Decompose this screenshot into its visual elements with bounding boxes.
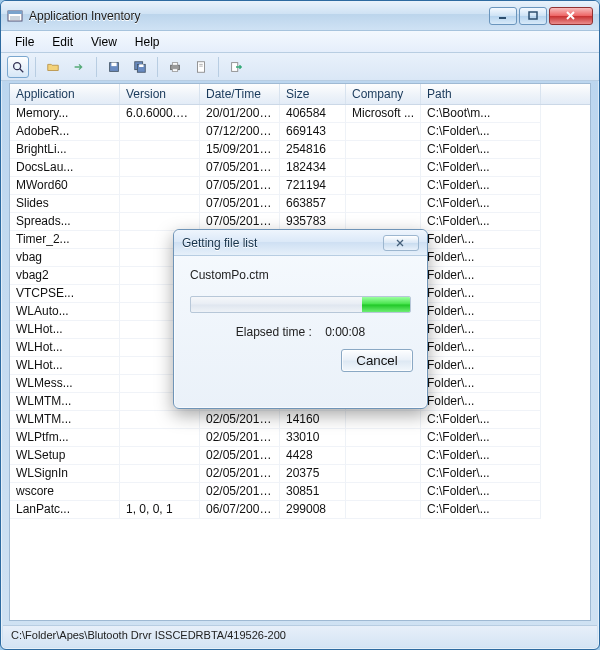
progress-dialog: Getting file list CustomPo.ctm Elapsed t… bbox=[173, 229, 428, 409]
table-row[interactable]: LanPatc...1, 0, 0, 106/07/2007...299008C… bbox=[10, 501, 590, 519]
cell-company bbox=[346, 177, 421, 195]
table-row[interactable]: Slides07/05/2010...663857C:\Folder\... bbox=[10, 195, 590, 213]
cell-path: C:\Folder\... bbox=[421, 429, 541, 447]
svg-rect-18 bbox=[198, 61, 205, 72]
cell-version bbox=[120, 483, 200, 501]
cell-path: C:\Folder\... bbox=[421, 195, 541, 213]
print-icon[interactable] bbox=[164, 56, 186, 78]
cell-app: WLSetup bbox=[10, 447, 120, 465]
cell-datetime: 02/05/2010... bbox=[200, 411, 280, 429]
cell-path: C:\Folder\... bbox=[421, 483, 541, 501]
minimize-button[interactable] bbox=[489, 7, 517, 25]
dialog-close-button[interactable] bbox=[383, 235, 419, 251]
cell-version bbox=[120, 447, 200, 465]
elapsed-time: Elapsed time : 0:00:08 bbox=[190, 325, 411, 339]
cell-path: C:\Folder\... bbox=[421, 213, 541, 231]
toolbar-divider bbox=[96, 57, 97, 77]
svg-rect-17 bbox=[172, 68, 177, 71]
table-row[interactable]: BrightLi...15/09/2010...254816C:\Folder\… bbox=[10, 141, 590, 159]
toolbar-divider bbox=[218, 57, 219, 77]
table-row[interactable]: MWord6007/05/2010...721194C:\Folder\... bbox=[10, 177, 590, 195]
col-datetime[interactable]: Date/Time bbox=[200, 84, 280, 104]
page-icon[interactable] bbox=[190, 56, 212, 78]
cell-version bbox=[120, 195, 200, 213]
menu-edit[interactable]: Edit bbox=[44, 33, 81, 51]
maximize-button[interactable] bbox=[519, 7, 547, 25]
svg-line-9 bbox=[20, 68, 24, 72]
cell-app: WLHot... bbox=[10, 339, 120, 357]
table-row[interactable]: WLMTM...02/05/2010...14160C:\Folder\... bbox=[10, 411, 590, 429]
menubar: File Edit View Help bbox=[1, 31, 599, 53]
cell-app: Memory... bbox=[10, 105, 120, 123]
svg-rect-16 bbox=[172, 62, 177, 65]
svg-rect-1 bbox=[8, 11, 22, 14]
svg-point-8 bbox=[14, 62, 21, 69]
dialog-body: CustomPo.ctm Elapsed time : 0:00:08 bbox=[174, 256, 427, 349]
table-row[interactable]: wscore02/05/2010...30851C:\Folder\... bbox=[10, 483, 590, 501]
cell-size: 14160 bbox=[280, 411, 346, 429]
statusbar: C:\Folder\Apes\Blutooth Drvr ISSCEDRBTA/… bbox=[3, 625, 597, 647]
cell-path: C:\Folder\... bbox=[421, 159, 541, 177]
cell-company bbox=[346, 483, 421, 501]
cell-datetime: 15/09/2010... bbox=[200, 141, 280, 159]
cell-app: WLAuto... bbox=[10, 303, 120, 321]
table-row[interactable]: WLSignIn02/05/2010...20375C:\Folder\... bbox=[10, 465, 590, 483]
cell-size: 254816 bbox=[280, 141, 346, 159]
save-icon[interactable] bbox=[103, 56, 125, 78]
cell-app: wscore bbox=[10, 483, 120, 501]
cell-company bbox=[346, 123, 421, 141]
search-icon[interactable] bbox=[7, 56, 29, 78]
cell-path: Folder\... bbox=[421, 375, 541, 393]
cell-app: BrightLi... bbox=[10, 141, 120, 159]
close-button[interactable] bbox=[549, 7, 593, 25]
cell-app: WLMess... bbox=[10, 375, 120, 393]
cell-version: 1, 0, 0, 1 bbox=[120, 501, 200, 519]
table-row[interactable]: DocsLau...07/05/2010...182434C:\Folder\.… bbox=[10, 159, 590, 177]
col-path[interactable]: Path bbox=[421, 84, 541, 104]
cell-path: Folder\... bbox=[421, 393, 541, 411]
toolbar-divider bbox=[157, 57, 158, 77]
save-all-icon[interactable] bbox=[129, 56, 151, 78]
folder-icon[interactable] bbox=[42, 56, 64, 78]
table-row[interactable]: WLPtfm...02/05/2010...33010C:\Folder\... bbox=[10, 429, 590, 447]
table-row[interactable]: Memory...6.0.6000.16...20/01/2008...4065… bbox=[10, 105, 590, 123]
titlebar[interactable]: Application Inventory bbox=[1, 1, 599, 31]
elapsed-label: Elapsed time : bbox=[236, 325, 312, 339]
main-window: Application Inventory File Edit View Hel… bbox=[0, 0, 600, 650]
toolbar bbox=[1, 53, 599, 81]
cell-app: MWord60 bbox=[10, 177, 120, 195]
cell-size: 33010 bbox=[280, 429, 346, 447]
col-size[interactable]: Size bbox=[280, 84, 346, 104]
menu-view[interactable]: View bbox=[83, 33, 125, 51]
cell-path: C:\Folder\... bbox=[421, 141, 541, 159]
cell-size: 721194 bbox=[280, 177, 346, 195]
cancel-button[interactable]: Cancel bbox=[341, 349, 413, 372]
cell-app: LanPatc... bbox=[10, 501, 120, 519]
col-company[interactable]: Company bbox=[346, 84, 421, 104]
cell-datetime: 07/05/2010... bbox=[200, 177, 280, 195]
cell-datetime: 07/05/2010... bbox=[200, 195, 280, 213]
col-application[interactable]: Application bbox=[10, 84, 120, 104]
menu-file[interactable]: File bbox=[7, 33, 42, 51]
cell-company bbox=[346, 141, 421, 159]
cell-app: WLHot... bbox=[10, 357, 120, 375]
col-version[interactable]: Version bbox=[120, 84, 200, 104]
cell-company bbox=[346, 159, 421, 177]
cell-version bbox=[120, 141, 200, 159]
dialog-filename: CustomPo.ctm bbox=[190, 268, 411, 282]
cell-path: C:\Folder\... bbox=[421, 447, 541, 465]
cell-version bbox=[120, 177, 200, 195]
toolbar-divider bbox=[35, 57, 36, 77]
menu-help[interactable]: Help bbox=[127, 33, 168, 51]
arrow-right-icon[interactable] bbox=[68, 56, 90, 78]
cell-version bbox=[120, 159, 200, 177]
table-row[interactable]: WLSetup02/05/2010...4428C:\Folder\... bbox=[10, 447, 590, 465]
exit-icon[interactable] bbox=[225, 56, 247, 78]
dialog-titlebar[interactable]: Getting file list bbox=[174, 230, 427, 256]
cell-path: C:\Folder\... bbox=[421, 411, 541, 429]
table-header: Application Version Date/Time Size Compa… bbox=[10, 84, 590, 105]
cell-path: Folder\... bbox=[421, 357, 541, 375]
svg-rect-5 bbox=[529, 12, 537, 19]
table-row[interactable]: AdobeR...07/12/2008...669143C:\Folder\..… bbox=[10, 123, 590, 141]
cell-app: WLSignIn bbox=[10, 465, 120, 483]
